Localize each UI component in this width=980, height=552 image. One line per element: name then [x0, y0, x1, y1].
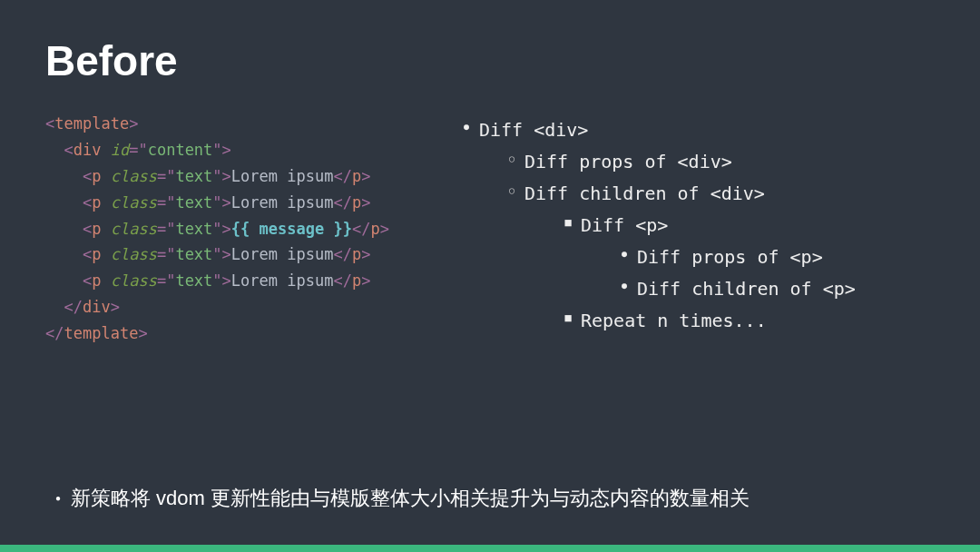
list-item: ■ Repeat n times...	[555, 305, 935, 337]
footer-text: 新策略将 vdom 更新性能由与模版整体大小相关提升为与动态内容的数量相关	[71, 485, 750, 512]
list-item: ● Diff <div> ○ Diff props of <div> ○	[454, 114, 935, 337]
slide-title: Before	[45, 36, 935, 85]
bullet-l2a: Diff props of <div>	[524, 146, 935, 178]
bullet-l4a: Diff props of <p>	[637, 242, 935, 273]
diff-outline: ● Diff <div> ○ Diff props of <div> ○	[454, 111, 935, 347]
bullet-disc-icon: ●	[454, 114, 479, 140]
code-block: <template> <div id="content"> <p class="…	[45, 111, 436, 347]
list-item: ● Diff children of <p>	[612, 273, 935, 305]
bullet-l3b: Repeat n times...	[581, 305, 935, 337]
accent-bar	[0, 545, 980, 552]
bullet-l3a: Diff <p>	[581, 214, 668, 236]
bullet-l2b: Diff children of <div>	[524, 182, 765, 204]
bullet-l1: Diff <div>	[479, 119, 588, 141]
footer-bullet: ● 新策略将 vdom 更新性能由与模版整体大小相关提升为与动态内容的数量相关	[45, 485, 750, 512]
bullet-disc-icon: ●	[612, 273, 637, 299]
list-item: ○ Diff props of <div>	[499, 146, 935, 178]
list-item: ○ Diff children of <div> ■ Diff <p>	[499, 178, 935, 337]
bullet-circle-icon: ○	[499, 146, 524, 172]
list-item: ■ Diff <p> ● Diff props of <p>	[555, 210, 935, 305]
bullet-l4b: Diff children of <p>	[637, 273, 935, 305]
bullet-disc-icon: ●	[612, 242, 637, 267]
bullet-square-icon: ■	[555, 210, 581, 235]
bullet-square-icon: ■	[555, 305, 581, 330]
list-item: ● Diff props of <p>	[612, 242, 935, 273]
content-columns: <template> <div id="content"> <p class="…	[45, 111, 935, 347]
code-pre: <template> <div id="content"> <p class="…	[45, 111, 436, 347]
bullet-circle-icon: ○	[499, 178, 524, 203]
bullet-disc-icon: ●	[45, 488, 71, 508]
slide: Before <template> <div id="content"> <p …	[0, 0, 980, 552]
